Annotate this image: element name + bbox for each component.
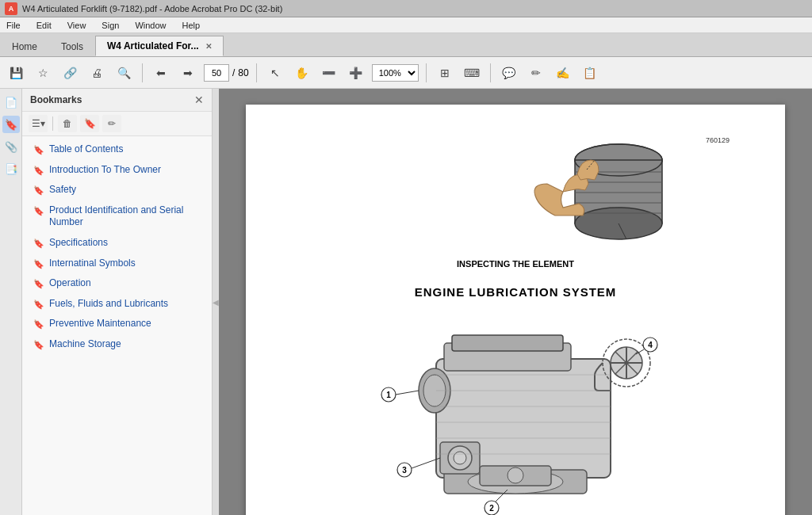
svg-text:4: 4 bbox=[648, 341, 653, 349]
bm-delete-button[interactable]: 🗑 bbox=[58, 115, 77, 132]
bookmark-toc[interactable]: 🔖 Table of Contents bbox=[22, 139, 212, 160]
bookmarks-close-button[interactable]: ✕ bbox=[194, 93, 204, 106]
layers-icon[interactable]: 📑 bbox=[2, 160, 20, 177]
separator-4 bbox=[490, 63, 491, 82]
hand-tool-button[interactable]: ✋ bbox=[291, 62, 313, 84]
menu-view[interactable]: View bbox=[64, 21, 90, 30]
bookmarks-panel: Bookmarks ✕ ☰▾ 🗑 🔖 ✏ 🔖 Table of Contents… bbox=[22, 89, 213, 515]
bookmark-safety[interactable]: 🔖 Safety bbox=[22, 180, 212, 200]
fit-page-button[interactable]: ⊞ bbox=[434, 62, 456, 84]
bookmark-storage[interactable]: 🔖 Machine Storage bbox=[22, 334, 212, 355]
save-button[interactable]: 💾 bbox=[5, 62, 27, 84]
page-total: 80 bbox=[238, 67, 248, 78]
pages-icon[interactable]: 📄 bbox=[2, 93, 20, 111]
tab-tools[interactable]: Tools bbox=[49, 36, 95, 56]
page-input-area: / 80 bbox=[204, 64, 249, 82]
menu-help[interactable]: Help bbox=[179, 21, 204, 30]
svg-text:3: 3 bbox=[402, 466, 407, 475]
engine-title: ENGINE LUBRICATION SYSTEM bbox=[415, 285, 617, 299]
menu-bar: File Edit View Sign Window Help bbox=[0, 17, 812, 33]
bookmark-icon-fuels: 🔖 bbox=[33, 299, 44, 310]
share-button[interactable]: 🔗 bbox=[59, 62, 81, 84]
svg-rect-13 bbox=[452, 335, 563, 351]
bookmark-icon-storage: 🔖 bbox=[33, 339, 44, 350]
bm-options-button[interactable]: ☰▾ bbox=[29, 115, 48, 132]
svg-text:1: 1 bbox=[386, 391, 391, 399]
attachments-icon[interactable]: 📎 bbox=[2, 138, 20, 155]
select-tool-button[interactable]: ↖ bbox=[264, 62, 286, 84]
zoom-select[interactable]: 100% 75% 125% 150% bbox=[372, 64, 419, 82]
bm-add-button[interactable]: 🔖 bbox=[80, 115, 99, 132]
prev-page-button[interactable]: ⬅ bbox=[150, 62, 172, 84]
menu-window[interactable]: Window bbox=[132, 21, 169, 30]
menu-edit[interactable]: Edit bbox=[33, 21, 55, 30]
bookmark-button[interactable]: ☆ bbox=[32, 62, 54, 84]
bookmarks-title: Bookmarks bbox=[30, 94, 82, 105]
engine-illustration: 1 2 3 4 bbox=[357, 311, 674, 515]
bookmark-symbols[interactable]: 🔖 Internatinal Symbols bbox=[22, 254, 212, 274]
pdf-area[interactable]: 760129 INSPECTING THE ELEMENT ENGINE LUB… bbox=[219, 89, 812, 515]
tab-close-icon[interactable]: ✕ bbox=[205, 42, 212, 51]
bookmark-label-symbols: Internatinal Symbols bbox=[49, 258, 136, 270]
separator-1 bbox=[142, 63, 143, 82]
tab-home-label: Home bbox=[12, 41, 37, 52]
stamp-button[interactable]: 📋 bbox=[579, 62, 601, 84]
next-page-button[interactable]: ➡ bbox=[177, 62, 199, 84]
menu-file[interactable]: File bbox=[3, 21, 24, 30]
bookmark-label-product-id: Product Identification and Serial Number bbox=[49, 204, 204, 229]
page-number-input[interactable] bbox=[204, 64, 229, 82]
filter-section: 760129 INSPECTING THE ELEMENT bbox=[293, 136, 737, 269]
bookmark-label-safety: Safety bbox=[49, 184, 76, 196]
engine-diagram: 1 2 3 4 bbox=[357, 311, 674, 515]
tab-document[interactable]: W4 Articulated For... ✕ bbox=[95, 36, 224, 56]
toolbar: 💾 ☆ 🔗 🖨 🔍 ⬅ ➡ / 80 ↖ ✋ ➖ ➕ 100% 75% 125%… bbox=[0, 57, 812, 89]
rotate-button[interactable]: ⌨ bbox=[461, 62, 483, 84]
pdf-content: 760129 INSPECTING THE ELEMENT ENGINE LUB… bbox=[293, 136, 737, 515]
page-separator: / bbox=[232, 67, 235, 78]
bookmark-preventive[interactable]: 🔖 Preventive Maintenance bbox=[22, 314, 212, 334]
main-area: 📄 🔖 📎 📑 Bookmarks ✕ ☰▾ 🗑 🔖 ✏ 🔖 Table of … bbox=[0, 89, 812, 515]
bookmark-intro[interactable]: 🔖 Introduction To The Owner bbox=[22, 160, 212, 181]
menu-sign[interactable]: Sign bbox=[98, 21, 122, 30]
tab-document-label: W4 Articulated For... bbox=[107, 40, 199, 52]
bookmark-specs[interactable]: 🔖 Specifications bbox=[22, 233, 212, 254]
bookmark-icon-product-id: 🔖 bbox=[33, 205, 44, 216]
bookmark-icon-operation: 🔖 bbox=[33, 278, 44, 289]
search-button[interactable]: 🔍 bbox=[113, 62, 135, 84]
bookmark-label-operation: Operation bbox=[49, 277, 91, 290]
print-button[interactable]: 🖨 bbox=[86, 62, 108, 84]
tab-tools-label: Tools bbox=[61, 41, 83, 52]
bookmarks-icon[interactable]: 🔖 bbox=[2, 116, 20, 133]
separator-3 bbox=[426, 63, 427, 82]
app-icon: A bbox=[5, 2, 17, 15]
svg-line-37 bbox=[396, 391, 419, 395]
svg-point-26 bbox=[454, 452, 466, 464]
side-icons-panel: 📄 🔖 📎 📑 bbox=[0, 89, 22, 515]
bookmarks-toolbar: ☰▾ 🗑 🔖 ✏ bbox=[22, 112, 212, 136]
bookmark-fuels[interactable]: 🔖 Fuels, Fluids and Lubricants bbox=[22, 294, 212, 315]
zoom-out-button[interactable]: ➖ bbox=[318, 62, 340, 84]
filter-ref-number: 760129 bbox=[706, 136, 730, 144]
bookmarks-header: Bookmarks ✕ bbox=[22, 89, 212, 112]
bookmark-operation[interactable]: 🔖 Operation bbox=[22, 273, 212, 294]
highlight-button[interactable]: ✏ bbox=[525, 62, 547, 84]
zoom-in-button[interactable]: ➕ bbox=[345, 62, 367, 84]
bookmark-icon-toc: 🔖 bbox=[33, 144, 44, 155]
bookmark-product-id[interactable]: 🔖 Product Identification and Serial Numb… bbox=[22, 200, 212, 233]
bookmark-label-storage: Machine Storage bbox=[49, 338, 121, 351]
sign-button[interactable]: ✍ bbox=[552, 62, 574, 84]
tab-bar: Home Tools W4 Articulated For... ✕ bbox=[0, 33, 812, 57]
comment-button[interactable]: 💬 bbox=[498, 62, 520, 84]
bm-edit-button[interactable]: ✏ bbox=[102, 115, 121, 132]
bookmark-label-fuels: Fuels, Fluids and Lubricants bbox=[49, 298, 168, 311]
bookmark-icon-intro: 🔖 bbox=[33, 165, 44, 176]
panel-splitter[interactable]: ◀ bbox=[213, 89, 219, 515]
svg-point-28 bbox=[508, 467, 523, 483]
bookmark-label-intro: Introduction To The Owner bbox=[49, 164, 161, 177]
tab-home[interactable]: Home bbox=[0, 36, 49, 56]
bookmark-icon-symbols: 🔖 bbox=[33, 258, 44, 269]
bookmarks-list: 🔖 Table of Contents 🔖 Introduction To Th… bbox=[22, 136, 212, 515]
separator-2 bbox=[256, 63, 257, 82]
bookmark-label-toc: Table of Contents bbox=[49, 143, 123, 156]
bm-sep-1 bbox=[52, 116, 53, 131]
